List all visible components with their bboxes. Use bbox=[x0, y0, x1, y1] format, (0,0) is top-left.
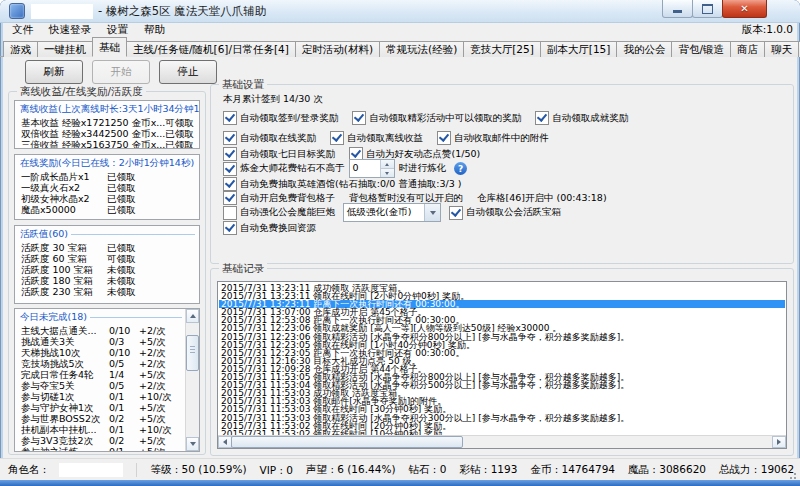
task-row: 挂机副本中挂机...0/1+10/次 bbox=[15, 424, 186, 435]
offline-income-panel: 离线收益(上次离线时长:3天1小时34分钟18秒) 基本收益经验x1721250… bbox=[14, 100, 200, 149]
maximize-icon bbox=[702, 4, 713, 14]
scrollbar-thumb[interactable] bbox=[231, 436, 463, 448]
activity-row: 活跃度 180 宝箱未领取 bbox=[15, 275, 199, 286]
checkbox-icon bbox=[223, 131, 237, 145]
close-button[interactable]: ✕ bbox=[722, 0, 767, 18]
auto-offline-income-checkbox[interactable]: 自动领取离线收益 bbox=[330, 131, 423, 145]
app-window: - 橡树之森5区 魔法天堂八爪辅助 ✕ 文件 快速登录 设置 帮助 版本:1.0… bbox=[0, 0, 800, 486]
auto-strengthen-cannon-checkbox[interactable]: 自动强化公会魔能巨炮 bbox=[223, 206, 335, 220]
scroll-right-icon[interactable] bbox=[772, 436, 786, 448]
tab-arena-hall[interactable]: 竞技大厅[25] bbox=[463, 41, 541, 57]
status-text: 已领取 bbox=[107, 182, 136, 193]
log-listbox[interactable]: 2015/7/31 13:23:11 成功领取 活跃度宝箱。 2015/7/31… bbox=[217, 281, 787, 449]
auto-guild-activity-box-checkbox[interactable]: 自动领取公会活跃宝箱 bbox=[449, 206, 561, 220]
window-controls: ✕ bbox=[663, 0, 767, 18]
task-row: 参与3V3竞技2次0/2+5/次 bbox=[15, 435, 186, 446]
divider bbox=[136, 463, 137, 477]
menubar: 文件 快速登录 设置 帮助 版本:1.0.0 bbox=[0, 22, 800, 37]
help-icon[interactable] bbox=[454, 162, 467, 175]
basic-log-title: 基础记录 bbox=[219, 262, 267, 276]
status-text: 已领取 bbox=[107, 242, 136, 253]
offline-income-title: 离线收益(上次离线时长:3天1小时34分钟18秒) bbox=[20, 103, 200, 116]
online-reward-panel: 在线奖励(今日已在线：2小时1分钟14秒) 一阶成长晶片x1已领取 一级真火石x… bbox=[14, 154, 200, 220]
scroll-down-icon[interactable] bbox=[186, 437, 199, 451]
spinner-arrows bbox=[380, 160, 394, 177]
spinner-down-icon[interactable] bbox=[381, 169, 394, 177]
auto-signin-reward-checkbox[interactable]: 自动领取签到/登录奖励 bbox=[223, 111, 338, 125]
chevron-down-icon[interactable] bbox=[424, 204, 440, 221]
menu-quick-login[interactable]: 快速登录 bbox=[41, 22, 99, 38]
menu-settings[interactable]: 设置 bbox=[99, 22, 136, 38]
auto-activity-reward-checkbox[interactable]: 自动领取精彩活动中可以领取的奖励 bbox=[352, 111, 521, 125]
tab-shop[interactable]: 商店 bbox=[730, 41, 765, 57]
tab-basic[interactable]: 基础 bbox=[92, 37, 127, 57]
task-row: 挑战通关3关0/3+5/次 bbox=[15, 336, 186, 347]
level-text: 等级 : 50 (10.59%) bbox=[150, 463, 246, 477]
diamond-text: 钻石 : 0 bbox=[409, 463, 447, 477]
refresh-button[interactable]: 刷新 bbox=[25, 60, 83, 84]
maximize-button[interactable] bbox=[692, 0, 723, 18]
online-reward-row: 一阶成长晶片x1已领取 bbox=[15, 171, 199, 182]
auto-free-redeem-checkbox[interactable]: 自动免费换回资源 bbox=[223, 221, 316, 235]
tab-game[interactable]: 游戏 bbox=[3, 41, 38, 57]
checkbox-icon bbox=[437, 131, 451, 145]
alchemy-master-checkbox[interactable]: 炼金大师花费钻石不高于 bbox=[223, 162, 345, 176]
status-text: 已领取 bbox=[165, 139, 199, 149]
tab-regular-play[interactable]: 常规玩法(经验) bbox=[379, 41, 464, 57]
basic-log-panel: 基础记录 2015/7/31 13:23:11 成功领取 活跃度宝箱。 2015… bbox=[210, 268, 794, 456]
close-icon: ✕ bbox=[740, 4, 748, 14]
spinner-up-icon[interactable] bbox=[381, 160, 394, 169]
basic-settings-title: 基础设置 bbox=[219, 78, 267, 92]
offline-income-row: 双倍收益经验x3442500 金币x...已领取 bbox=[15, 128, 199, 139]
status-text: 已领取 bbox=[165, 128, 199, 139]
vertical-scrollbar[interactable] bbox=[185, 309, 199, 451]
horizontal-scrollbar[interactable] bbox=[218, 435, 786, 448]
stop-button[interactable]: 停止 bbox=[159, 60, 217, 84]
online-reward-row: 初级女神水晶x2已领取 bbox=[15, 193, 199, 204]
alchemy-suffix-text: 时进行炼化 bbox=[399, 162, 447, 175]
tab-bag-forge[interactable]: 背包/锻造 bbox=[671, 41, 731, 57]
menu-help[interactable]: 帮助 bbox=[136, 22, 173, 38]
rewards-panel-title: 离线收益/在线奖励/活跃度 bbox=[17, 85, 146, 99]
auto-tavern-draw-checkbox[interactable]: 自动免费抽取英雄酒馆(钻石抽取:0/0 普通抽取:3/3 ) bbox=[223, 177, 461, 191]
scroll-left-icon[interactable] bbox=[218, 436, 232, 448]
basic-settings-panel: 基础设置 本月累计签到 14/30 次 自动领取签到/登录奖励 自动领取精彩活动… bbox=[210, 84, 794, 264]
status-text: 未领取 bbox=[107, 275, 136, 286]
scroll-up-icon[interactable] bbox=[186, 309, 199, 323]
auto-mail-attachment-checkbox[interactable]: 自动收取邮件中的附件 bbox=[437, 131, 549, 145]
vip-text: VIP : 0 bbox=[260, 464, 294, 476]
activity-row: 活跃度 230 宝箱未领取 bbox=[15, 286, 199, 297]
status-text: 已领取 bbox=[107, 204, 136, 215]
checkbox-icon bbox=[535, 111, 549, 125]
alchemy-diamond-spinner[interactable]: 0 bbox=[349, 159, 395, 178]
activity-row: 活跃度 100 宝箱未领取 bbox=[15, 264, 199, 275]
task-row: 参与神之试炼0/1+5/次 bbox=[15, 446, 186, 452]
task-row: 参与夺宝5关0/5+2/次 bbox=[15, 380, 186, 391]
app-icon bbox=[9, 3, 25, 19]
tab-timed-activity[interactable]: 定时活动(材料) bbox=[295, 41, 380, 57]
status-text: 未领取 bbox=[107, 286, 136, 297]
window-title: - 橡树之森5区 魔法天堂八爪辅助 bbox=[98, 4, 266, 19]
checkbox-icon bbox=[223, 111, 237, 125]
start-button[interactable]: 开始 bbox=[92, 60, 150, 84]
window-frame-bottom bbox=[0, 480, 800, 486]
tab-dungeon-hall[interactable]: 副本大厅[15] bbox=[540, 41, 618, 57]
status-text: 可领取 bbox=[107, 253, 136, 264]
tab-main-tasks[interactable]: 主线/任务链/随机[6]/日常任务[4] bbox=[126, 41, 296, 57]
checkbox-icon bbox=[223, 221, 237, 235]
auto-achievement-reward-checkbox[interactable]: 自动领取成就奖励 bbox=[535, 111, 628, 125]
menu-file[interactable]: 文件 bbox=[4, 22, 41, 38]
scrollbar-thumb[interactable] bbox=[186, 335, 199, 371]
auto-online-reward-checkbox[interactable]: 自动领取在线奖励 bbox=[223, 131, 316, 145]
titlebar[interactable]: - 橡树之森5区 魔法天堂八爪辅助 ✕ bbox=[0, 0, 800, 23]
tab-my-guild[interactable]: 我的公会 bbox=[616, 41, 672, 57]
task-row: 参与切磋1次0/1+10/次 bbox=[15, 391, 186, 402]
tab-one-key-afk[interactable]: 一键挂机 bbox=[37, 41, 93, 57]
minimize-button[interactable] bbox=[662, 0, 693, 18]
fame-text: 声望 : 6 (16.44%) bbox=[306, 463, 395, 477]
checkbox-icon bbox=[223, 177, 237, 191]
activity-row: 活跃度 30 宝箱已领取 bbox=[15, 242, 199, 253]
tab-chat[interactable]: 聊天 bbox=[764, 41, 799, 57]
rewards-panel: 离线收益/在线奖励/活跃度 离线收益(上次离线时长:3天1小时34分钟18秒) … bbox=[8, 91, 206, 455]
strengthen-type-select[interactable]: 低级强化(金币) bbox=[343, 203, 441, 222]
